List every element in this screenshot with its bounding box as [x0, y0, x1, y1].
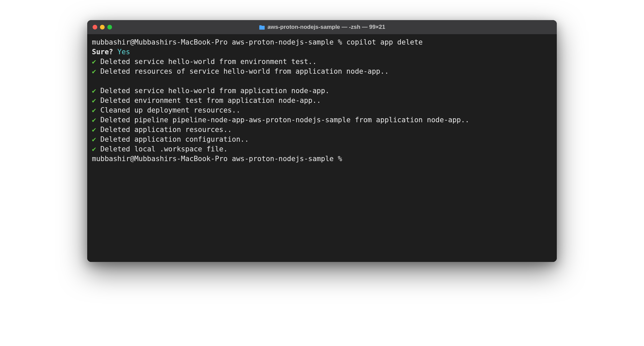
- confirm-line: Sure? Yes: [92, 47, 552, 57]
- output-text: Deleted application resources..: [100, 126, 232, 134]
- traffic-lights: [93, 25, 112, 29]
- check-icon: ✔: [92, 145, 96, 153]
- command-text: copilot app delete: [346, 38, 423, 46]
- output-text: Deleted pipeline pipeline-node-app-aws-p…: [100, 116, 469, 124]
- output-text: Deleted local .workspace file.: [100, 145, 227, 153]
- check-icon: ✔: [92, 126, 96, 134]
- prompt-symbol: %: [338, 155, 342, 163]
- output-text: Deleted service hello-world from environ…: [100, 58, 317, 66]
- prompt-dir: aws-proton-nodejs-sample: [232, 155, 333, 163]
- check-icon: ✔: [92, 96, 96, 105]
- output-text: Deleted application configuration..: [100, 135, 249, 143]
- output-line: ✔ Deleted environment test from applicat…: [92, 96, 552, 106]
- title-bar[interactable]: aws-proton-nodejs-sample — -zsh — 99×21: [87, 20, 557, 34]
- output-line: ✔ Deleted resources of service hello-wor…: [92, 67, 552, 76]
- prompt-line-2: mubbashir@Mubbashirs-MacBook-Pro aws-pro…: [92, 154, 552, 164]
- prompt-dir: aws-proton-nodejs-sample: [232, 38, 333, 46]
- output-line: ✔ Deleted local .workspace file.: [92, 144, 552, 154]
- output-line: ✔ Cleaned up deployment resources..: [92, 106, 552, 115]
- output-text: Cleaned up deployment resources..: [100, 106, 240, 114]
- prompt-symbol: %: [338, 38, 342, 46]
- close-button[interactable]: [93, 25, 97, 29]
- prompt-user-host: mubbashir@Mubbashirs-MacBook-Pro: [92, 155, 228, 163]
- window-title-text: aws-proton-nodejs-sample — -zsh — 99×21: [268, 24, 385, 30]
- output-line: ✔ Deleted application configuration..: [92, 135, 552, 144]
- check-icon: ✔: [92, 67, 96, 75]
- prompt-line-1: mubbashir@Mubbashirs-MacBook-Pro aws-pro…: [92, 38, 552, 47]
- output-text: Deleted resources of service hello-world…: [100, 67, 389, 75]
- output-line: ✔ Deleted service hello-world from appli…: [92, 86, 552, 96]
- blank-line: [92, 76, 552, 86]
- check-icon: ✔: [92, 135, 96, 143]
- confirm-answer: Yes: [117, 48, 130, 56]
- terminal-window: aws-proton-nodejs-sample — -zsh — 99×21 …: [87, 20, 557, 262]
- folder-icon: [259, 25, 265, 29]
- confirm-question: Sure?: [92, 48, 113, 56]
- window-title: aws-proton-nodejs-sample — -zsh — 99×21: [93, 24, 551, 30]
- output-line: ✔ Deleted pipeline pipeline-node-app-aws…: [92, 115, 552, 125]
- maximize-button[interactable]: [107, 25, 112, 29]
- output-text: Deleted service hello-world from applica…: [100, 87, 329, 95]
- output-line: ✔ Deleted application resources..: [92, 125, 552, 135]
- check-icon: ✔: [92, 87, 96, 95]
- terminal-body[interactable]: mubbashir@Mubbashirs-MacBook-Pro aws-pro…: [87, 34, 557, 262]
- minimize-button[interactable]: [100, 25, 105, 29]
- check-icon: ✔: [92, 58, 96, 66]
- output-line: ✔ Deleted service hello-world from envir…: [92, 57, 552, 67]
- prompt-user-host: mubbashir@Mubbashirs-MacBook-Pro: [92, 38, 228, 46]
- check-icon: ✔: [92, 116, 96, 124]
- output-text: Deleted environment test from applicatio…: [100, 96, 321, 105]
- check-icon: ✔: [92, 106, 96, 114]
